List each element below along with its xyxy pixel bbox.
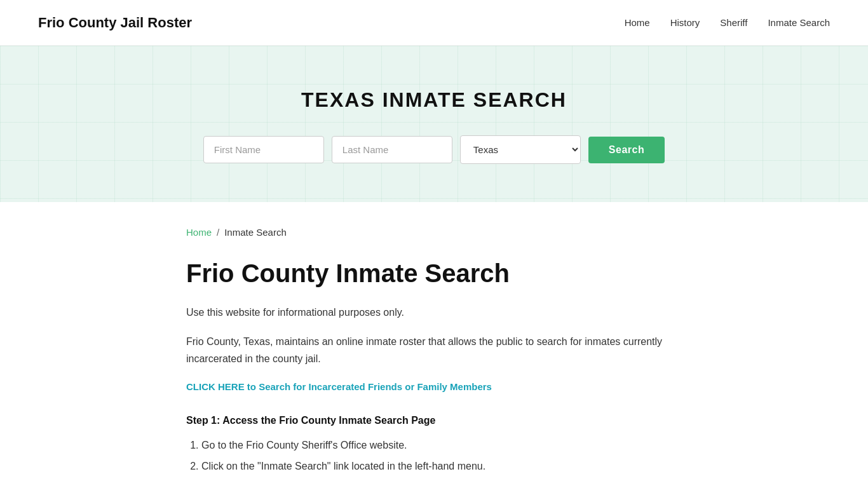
nav-inmate-search[interactable]: Inmate Search [768,15,830,30]
first-name-input[interactable] [203,136,324,163]
breadcrumb: Home / Inmate Search [186,225,682,240]
page-title: Frio County Inmate Search [186,258,682,288]
nav-history[interactable]: History [670,15,700,30]
step1-list: Go to the Frio County Sheriff's Office w… [201,437,682,475]
breadcrumb-separator: / [217,225,219,240]
nav-home[interactable]: Home [625,15,650,30]
search-form: Texas Alabama Alaska Arizona Arkansas Ca… [13,135,855,164]
site-header: Frio County Jail Roster Home History She… [0,0,868,46]
main-nav: Home History Sheriff Inmate Search [625,15,830,30]
state-select[interactable]: Texas Alabama Alaska Arizona Arkansas Ca… [460,135,581,164]
list-item: Click on the "Inmate Search" link locate… [201,458,682,475]
nav-sheriff[interactable]: Sheriff [720,15,747,30]
search-button[interactable]: Search [588,137,665,163]
last-name-input[interactable] [332,136,452,163]
hero-banner: TEXAS INMATE SEARCH Texas Alabama Alaska… [0,46,868,202]
site-logo[interactable]: Frio County Jail Roster [38,11,192,34]
content-para-2: Frio County, Texas, maintains an online … [186,333,682,367]
breadcrumb-home[interactable]: Home [186,225,212,240]
step1-heading: Step 1: Access the Frio County Inmate Se… [186,412,682,429]
breadcrumb-current: Inmate Search [224,225,287,240]
cta-link[interactable]: CLICK HERE to Search for Incarcerated Fr… [186,379,492,395]
main-content: Home / Inmate Search Frio County Inmate … [148,202,720,488]
list-item: Go to the Frio County Sheriff's Office w… [201,437,682,454]
content-para-1: Use this website for informational purpo… [186,304,682,321]
hero-title: TEXAS INMATE SEARCH [13,84,855,116]
